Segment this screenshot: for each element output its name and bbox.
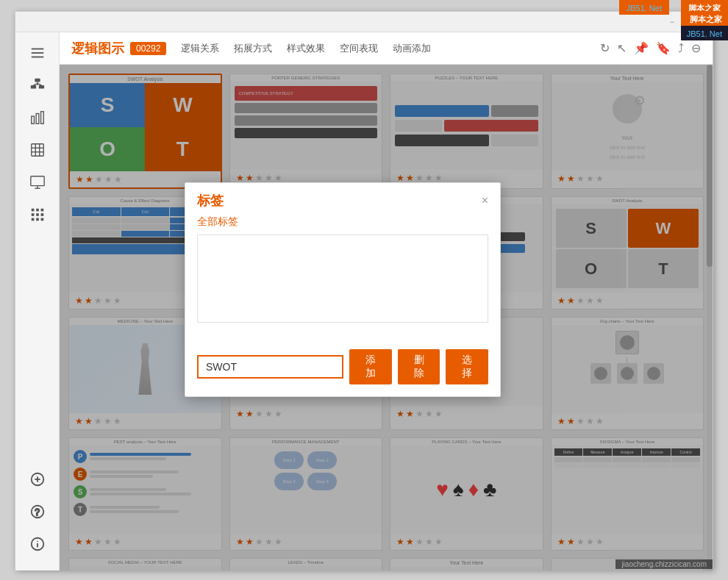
modal-footer: 添加 删除 选择 xyxy=(185,343,500,396)
sidebar-item-presentation[interactable] xyxy=(23,168,52,197)
bookmark-icon[interactable]: 🔖 xyxy=(656,41,671,55)
modal-close-button[interactable]: × xyxy=(482,194,488,207)
brand-site1: 脚本之家 xyxy=(690,15,722,24)
svg-rect-17 xyxy=(30,176,43,186)
svg-rect-26 xyxy=(31,218,34,221)
brand-top-right: 脚本之家 JB51. Net xyxy=(681,11,728,40)
minimize-btn[interactable]: － xyxy=(667,17,677,27)
modal-content-area xyxy=(197,234,488,323)
svg-rect-27 xyxy=(36,218,39,221)
svg-line-7 xyxy=(33,84,38,85)
cursor-icon[interactable]: ↖ xyxy=(617,41,627,55)
pin-icon[interactable]: 📌 xyxy=(634,41,649,55)
modal-header: 标签 × xyxy=(185,183,500,212)
svg-rect-28 xyxy=(40,218,43,221)
svg-rect-5 xyxy=(38,85,43,89)
nav-expand[interactable]: 拓展方式 xyxy=(234,39,272,58)
close-circle-icon[interactable]: ⊖ xyxy=(691,41,701,55)
svg-rect-22 xyxy=(40,209,43,212)
svg-rect-4 xyxy=(30,85,35,89)
main-window: － □ × xyxy=(15,11,713,570)
modal-title: 标签 xyxy=(197,192,224,210)
svg-rect-3 xyxy=(35,79,40,82)
toolbar-actions: ↻ ↖ 📌 🔖 ⤴ ⊖ xyxy=(600,41,701,55)
sidebar-item-grid[interactable] xyxy=(23,200,52,229)
nav-style[interactable]: 样式效果 xyxy=(287,39,325,58)
svg-line-8 xyxy=(38,84,42,85)
nav-space[interactable]: 空间表现 xyxy=(340,39,378,58)
svg-text:?: ? xyxy=(35,507,40,518)
refresh-icon[interactable]: ↻ xyxy=(600,41,610,55)
modal-subtitle: 全部标签 xyxy=(197,215,488,229)
toolbar-title: 逻辑图示 xyxy=(71,40,124,57)
add-button[interactable]: 添加 xyxy=(349,349,392,384)
select-button[interactable]: 选择 xyxy=(446,349,488,384)
sidebar-item-chart[interactable] xyxy=(23,103,52,132)
delete-button[interactable]: 删除 xyxy=(398,349,440,384)
sidebar-item-table[interactable] xyxy=(23,135,52,165)
sidebar-item-menu[interactable] xyxy=(23,38,52,68)
brand-bar2: JB51. Net xyxy=(627,4,662,12)
main-layout: ? 逻辑图示 00292 逻辑关系 拓展方式 样式效果 空间表现 动画添加 xyxy=(15,32,713,570)
svg-rect-10 xyxy=(36,114,39,124)
sidebar-item-info[interactable] xyxy=(23,529,52,559)
sidebar-item-hierarchy[interactable] xyxy=(23,71,52,100)
nav-animate[interactable]: 动画添加 xyxy=(393,39,431,58)
share-icon[interactable]: ⤴ xyxy=(678,42,684,55)
tag-input[interactable] xyxy=(197,355,343,379)
svg-rect-25 xyxy=(40,213,43,216)
modal-overlay: 标签 × 全部标签 添加 删除 选择 xyxy=(60,65,713,570)
toolbar-nav: 逻辑关系 拓展方式 样式效果 空间表现 动画添加 xyxy=(181,39,431,58)
grid-container[interactable]: SWOT Analysis S W O T ★ ★ xyxy=(60,65,713,570)
svg-rect-11 xyxy=(40,112,43,124)
svg-rect-12 xyxy=(31,144,43,157)
sidebar-item-help[interactable]: ? xyxy=(23,497,52,526)
nav-logic[interactable]: 逻辑关系 xyxy=(181,39,219,58)
svg-rect-23 xyxy=(31,213,34,216)
toolbar-badge: 00292 xyxy=(130,42,166,55)
titlebar: － □ × xyxy=(15,12,713,32)
tag-modal: 标签 × 全部标签 添加 删除 选择 xyxy=(185,182,501,397)
sidebar-item-add[interactable] xyxy=(23,465,52,494)
content-area: 逻辑图示 00292 逻辑关系 拓展方式 样式效果 空间表现 动画添加 ↻ ↖ … xyxy=(60,32,713,570)
svg-rect-1 xyxy=(31,52,43,54)
svg-rect-24 xyxy=(36,213,39,216)
svg-point-36 xyxy=(37,541,38,542)
toolbar: 逻辑图示 00292 逻辑关系 拓展方式 样式效果 空间表现 动画添加 ↻ ↖ … xyxy=(60,32,713,65)
svg-rect-21 xyxy=(36,209,39,212)
svg-rect-2 xyxy=(31,57,43,58)
svg-rect-9 xyxy=(31,116,34,123)
svg-rect-0 xyxy=(31,49,43,50)
svg-rect-20 xyxy=(31,209,34,212)
brand-site2: JB51. Net xyxy=(687,29,722,38)
sidebar: ? xyxy=(15,32,60,570)
modal-body: 全部标签 xyxy=(185,212,500,343)
sidebar-bottom: ? xyxy=(23,465,52,565)
